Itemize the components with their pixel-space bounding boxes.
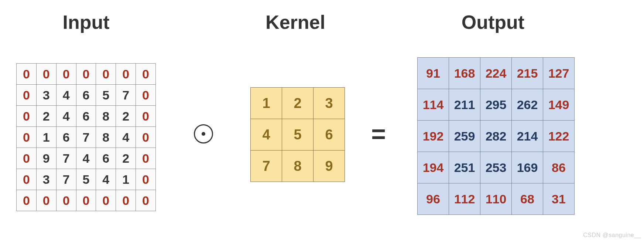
input-cell: 0 xyxy=(136,106,156,127)
output-cell: 192 xyxy=(418,121,449,152)
output-cell: 68 xyxy=(512,183,543,215)
watermark-text: CSDN @sanguine__ xyxy=(583,232,641,239)
input-cell: 4 xyxy=(56,106,76,127)
input-cell: 0 xyxy=(136,148,156,169)
kernel-cell: 8 xyxy=(282,151,314,182)
output-cell: 31 xyxy=(543,183,575,215)
input-cell: 0 xyxy=(17,106,37,127)
input-cell: 6 xyxy=(56,127,76,148)
kernel-cell: 1 xyxy=(251,88,282,119)
kernel-cell: 5 xyxy=(282,119,314,151)
input-cell: 0 xyxy=(17,85,37,106)
input-cell: 0 xyxy=(136,169,156,190)
input-title: Input xyxy=(62,11,109,33)
input-cell: 0 xyxy=(136,85,156,106)
input-cell: 7 xyxy=(76,127,96,148)
output-title: Output xyxy=(462,11,524,33)
kernel-cell: 6 xyxy=(314,119,345,151)
convolution-operator-icon xyxy=(194,124,213,143)
output-cell: 253 xyxy=(480,152,512,183)
kernel-cell: 7 xyxy=(251,151,282,182)
output-cell: 224 xyxy=(480,58,512,89)
input-matrix: 0000000034657002468200167840097462003754… xyxy=(16,63,156,211)
kernel-cell: 4 xyxy=(251,119,282,151)
output-cell: 259 xyxy=(449,121,480,152)
input-cell: 3 xyxy=(36,169,56,190)
kernel-title: Kernel xyxy=(266,11,325,33)
kernel-cell: 2 xyxy=(282,88,314,119)
input-cell: 4 xyxy=(76,148,96,169)
output-cell: 127 xyxy=(543,58,575,89)
input-cell: 4 xyxy=(116,127,136,148)
input-cell: 7 xyxy=(116,85,136,106)
output-cell: 295 xyxy=(480,89,512,121)
output-cell: 110 xyxy=(480,183,512,215)
output-cell: 251 xyxy=(449,152,480,183)
input-cell: 5 xyxy=(76,169,96,190)
output-cell: 214 xyxy=(512,121,543,152)
input-cell: 7 xyxy=(56,169,76,190)
input-cell: 0 xyxy=(17,190,37,211)
input-cell: 0 xyxy=(116,190,136,211)
kernel-cell: 3 xyxy=(314,88,345,119)
input-cell: 0 xyxy=(56,64,76,85)
input-cell: 0 xyxy=(36,64,56,85)
input-cell: 2 xyxy=(116,106,136,127)
input-cell: 0 xyxy=(96,64,116,85)
input-cell: 0 xyxy=(136,190,156,211)
input-cell: 2 xyxy=(116,148,136,169)
output-matrix: 9116822421512711421129526214919225928221… xyxy=(417,57,575,215)
input-cell: 5 xyxy=(96,85,116,106)
output-cell: 211 xyxy=(449,89,480,121)
output-cell: 169 xyxy=(512,152,543,183)
input-cell: 6 xyxy=(76,106,96,127)
input-cell: 0 xyxy=(136,127,156,148)
input-cell: 0 xyxy=(96,190,116,211)
input-cell: 0 xyxy=(116,64,136,85)
input-cell: 8 xyxy=(96,127,116,148)
equals-operator: = xyxy=(371,119,386,148)
input-cell: 6 xyxy=(76,85,96,106)
input-cell: 6 xyxy=(96,148,116,169)
input-cell: 8 xyxy=(96,106,116,127)
input-cell: 1 xyxy=(36,127,56,148)
input-cell: 3 xyxy=(36,85,56,106)
output-cell: 149 xyxy=(543,89,575,121)
input-cell: 4 xyxy=(56,85,76,106)
input-cell: 7 xyxy=(56,148,76,169)
input-cell: 0 xyxy=(17,127,37,148)
input-cell: 0 xyxy=(17,64,37,85)
convolution-diagram: Input Kernel Output 00000000346570024682… xyxy=(0,0,644,240)
input-cell: 0 xyxy=(76,190,96,211)
input-cell: 0 xyxy=(56,190,76,211)
input-cell: 1 xyxy=(116,169,136,190)
input-cell: 4 xyxy=(96,169,116,190)
kernel-matrix: 123456789 xyxy=(250,87,345,182)
input-cell: 0 xyxy=(17,148,37,169)
input-cell: 2 xyxy=(36,106,56,127)
input-cell: 0 xyxy=(76,64,96,85)
output-cell: 91 xyxy=(418,58,449,89)
input-cell: 9 xyxy=(36,148,56,169)
output-cell: 215 xyxy=(512,58,543,89)
output-cell: 262 xyxy=(512,89,543,121)
output-cell: 122 xyxy=(543,121,575,152)
output-cell: 114 xyxy=(418,89,449,121)
input-cell: 0 xyxy=(36,190,56,211)
output-cell: 112 xyxy=(449,183,480,215)
output-cell: 282 xyxy=(480,121,512,152)
input-cell: 0 xyxy=(136,64,156,85)
output-cell: 168 xyxy=(449,58,480,89)
output-cell: 86 xyxy=(543,152,575,183)
kernel-cell: 9 xyxy=(314,151,345,182)
input-cell: 0 xyxy=(17,169,37,190)
output-cell: 194 xyxy=(418,152,449,183)
output-cell: 96 xyxy=(418,183,449,215)
